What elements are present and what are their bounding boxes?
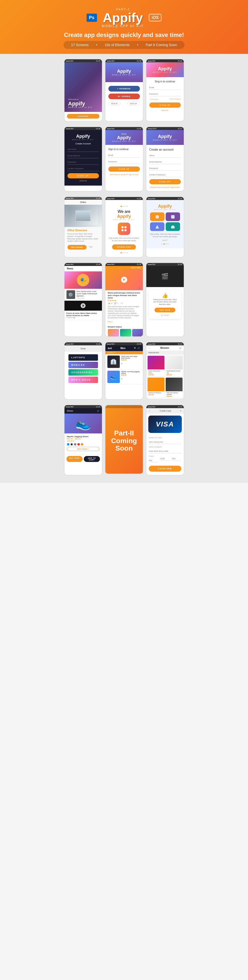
- comment-count[interactable]: 💬 5: [114, 302, 118, 304]
- skip-button[interactable]: SKIP: [149, 239, 181, 242]
- cc-menu-icon[interactable]: ≡: [180, 410, 181, 412]
- sign-in-light-button[interactable]: SIGN IN: [108, 167, 140, 172]
- watch-video-label: Watch Video: [105, 266, 143, 269]
- loading-button[interactable]: LOADING: [67, 114, 99, 119]
- slide-description: Fusce at nunc libero. Nam lectus posuere…: [67, 233, 99, 242]
- product-1-heart[interactable]: ♥: [121, 363, 122, 365]
- cardholder-name-input[interactable]: [149, 440, 181, 444]
- related-thumb-2[interactable]: [120, 329, 131, 336]
- video-description: Nunc laoreet lorem a sem auctor fringill…: [108, 305, 140, 319]
- download-button[interactable]: DOWNLOAD: [112, 244, 136, 250]
- trending-label: TRENDING: [146, 351, 184, 355]
- forgot-password-link[interactable]: Forgot Password: [169, 98, 181, 100]
- password-input[interactable]: [149, 92, 181, 96]
- cvv-input[interactable]: [172, 457, 181, 461]
- sign-in-now-link[interactable]: Sign In Now: [171, 186, 180, 188]
- women-product-4[interactable]: High heel fashion sandals $34.24: [166, 378, 183, 398]
- laptops-category[interactable]: LAPTOPS: [68, 354, 98, 361]
- confirm-payment-button[interactable]: CONFIRM: [149, 466, 181, 472]
- shoes-cart-icon[interactable]: 🛒: [97, 410, 99, 412]
- women-product-3[interactable]: Poncho for Woman $44.00: [148, 378, 164, 398]
- svg-rect-5: [171, 215, 175, 219]
- facebook-login-button[interactable]: f FACEBOOK: [108, 86, 140, 92]
- sign-up-white-button[interactable]: SIGN UP: [149, 179, 181, 185]
- email-input[interactable]: [149, 85, 181, 90]
- status-bar-4: ●●●● Bell 01:26: [65, 127, 102, 130]
- play-button[interactable]: [121, 277, 127, 283]
- buy-now-button[interactable]: BUY NOW: [67, 456, 83, 462]
- women-product-2[interactable]: Embroidered Casual Top $44.00: [166, 356, 183, 376]
- email-input-3[interactable]: [149, 160, 181, 164]
- sign-up-button-dark[interactable]: SIGN UP: [67, 173, 99, 178]
- mobiles-category[interactable]: MOBILES: [68, 362, 98, 368]
- remember-checkbox[interactable]: ✓ Remember: [149, 98, 158, 100]
- visa-card: VISA: [148, 415, 182, 433]
- read-more-link[interactable]: More »: [108, 321, 113, 323]
- signup-now-link[interactable]: Sign up now: [129, 174, 138, 175]
- signup-button[interactable]: SIGN UP: [161, 110, 169, 111]
- signin-link-dark[interactable]: SIGN IN: [79, 180, 87, 182]
- name-label: NAME ON CARD: [149, 437, 181, 439]
- news-screen: ●●●● Bell 01:26 News 🎭 ⚙️ Nunc laoreet l…: [64, 262, 102, 337]
- status-bar-9: ●●●● Bell 01:26: [146, 197, 184, 200]
- color-black[interactable]: [70, 443, 73, 445]
- share-count[interactable]: ↗ 3: [120, 302, 123, 304]
- like-count[interactable]: 👍 18: [108, 302, 113, 304]
- women-actions: 🛒: [179, 347, 182, 349]
- card-number-input[interactable]: [149, 449, 181, 453]
- signin-tab[interactable]: SIGN IN: [108, 102, 120, 105]
- row-3: ●●●● Bell 01:26 Slides Office Showcase F…: [5, 197, 243, 258]
- add-to-cart-button[interactable]: ADD TO CART: [84, 456, 100, 462]
- svg-rect-3: [124, 229, 127, 231]
- row-2: ●●●● Bell 01:26 Appify MOBILE APP UI KIT…: [5, 127, 243, 191]
- no-thanks-link[interactable]: No Thanks: [152, 314, 178, 316]
- skip-link[interactable]: Skip: [89, 246, 92, 248]
- op-brand: Appify: [149, 204, 181, 209]
- news-item-text-1: Nunc laoreet lorem a sem auctor fingilla…: [76, 290, 100, 299]
- signup-tab[interactable]: SIGN UP: [127, 102, 140, 105]
- password-input-2[interactable]: [67, 160, 99, 165]
- accessories-category[interactable]: ACCESSORIES: [68, 369, 98, 375]
- header-tagline: Create app designs quickly and save time…: [5, 32, 243, 38]
- volume-icon[interactable]: 🔊: [138, 287, 141, 289]
- color-gray[interactable]: [74, 443, 76, 445]
- part2-screen: Part-II Coming Soon: [105, 405, 143, 474]
- google-login-button[interactable]: G+ GOOGLE: [108, 94, 140, 99]
- cart-icon-women[interactable]: 🛒: [179, 347, 182, 349]
- related-thumb-1[interactable]: [108, 329, 119, 336]
- color-red[interactable]: [77, 443, 80, 445]
- search-icon-mens[interactable]: 🔍: [134, 347, 137, 349]
- visa-logo: VISA: [156, 420, 174, 428]
- poncho-name: Poncho for Woman: [149, 392, 164, 394]
- sign-in-button[interactable]: SIGN IN: [149, 102, 181, 108]
- onboarding-brand: Appify: [108, 214, 140, 219]
- women-product-1[interactable]: Purple Sleeveless Dress $44.00: [148, 356, 164, 376]
- mens-wear-category[interactable]: MEN'S WEAR: [68, 377, 98, 383]
- row-5: ●●●● Bell 01:26 Shop LAPTOPS MOBILES ACC…: [5, 342, 243, 400]
- cart-icon-mens[interactable]: 🛒: [138, 347, 140, 349]
- cc-back-icon[interactable]: ←: [149, 410, 151, 412]
- more-details-button[interactable]: More Details: [67, 245, 87, 250]
- back-icon-women[interactable]: ←: [148, 347, 151, 349]
- email-input-light[interactable]: [108, 153, 140, 158]
- expiry-month-input[interactable]: [149, 458, 158, 463]
- shoes-status-bar: ●●●● Bell 01:26: [65, 405, 102, 408]
- related-thumb-3[interactable]: [132, 329, 143, 336]
- email-input-2[interactable]: [67, 153, 99, 158]
- back-button[interactable]: Back: [121, 133, 127, 135]
- we-are-label: We are: [108, 209, 140, 214]
- expiry-group: Expiry: [149, 455, 158, 465]
- name-input[interactable]: [149, 153, 181, 158]
- expiry-year-input[interactable]: [161, 457, 170, 461]
- confirm-password-input-2[interactable]: [149, 173, 181, 177]
- see-now-button[interactable]: SEE NOW: [154, 308, 176, 312]
- username-input[interactable]: [67, 147, 99, 152]
- more-details-button-2[interactable]: More Details »: [67, 447, 99, 451]
- purple-dress-image: [148, 356, 164, 369]
- confirm-password-input[interactable]: [67, 166, 99, 171]
- password-input-light[interactable]: [108, 159, 140, 164]
- color-orange[interactable]: [81, 443, 83, 445]
- color-blue[interactable]: [67, 443, 70, 445]
- password-input-3[interactable]: [149, 166, 181, 171]
- product-2-heart[interactable]: ♥: [121, 378, 122, 380]
